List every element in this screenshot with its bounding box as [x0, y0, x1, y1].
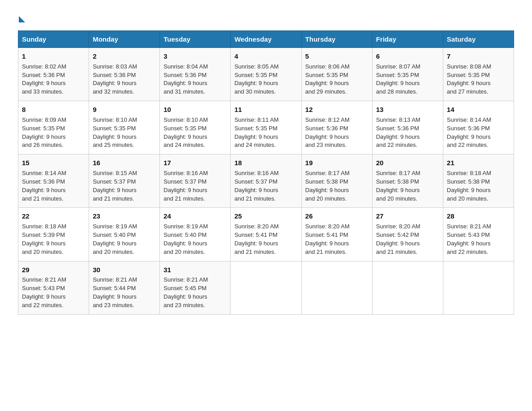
day-daylight: Daylight: 9 hours	[447, 187, 491, 193]
day-daylight: Daylight: 9 hours	[376, 80, 420, 86]
header-tuesday: Tuesday	[160, 31, 231, 48]
calendar-cell: 29Sunrise: 8:21 AMSunset: 5:43 PMDayligh…	[18, 261, 89, 314]
calendar-cell: 19Sunrise: 8:17 AMSunset: 5:38 PMDayligh…	[301, 154, 372, 208]
calendar-cell: 20Sunrise: 8:17 AMSunset: 5:38 PMDayligh…	[372, 154, 443, 208]
calendar-cell: 4Sunrise: 8:05 AMSunset: 5:35 PMDaylight…	[231, 48, 301, 101]
day-daylight-minutes: and 23 minutes.	[163, 302, 205, 308]
calendar-cell: 22Sunrise: 8:18 AMSunset: 5:39 PMDayligh…	[18, 208, 89, 261]
day-number: 7	[447, 51, 510, 61]
day-sunrise: Sunrise: 8:10 AM	[163, 116, 208, 123]
logo	[18, 13, 25, 21]
header-sunday: Sunday	[18, 31, 89, 48]
day-sunrise: Sunrise: 8:11 AM	[234, 116, 279, 123]
calendar-cell: 10Sunrise: 8:10 AMSunset: 5:35 PMDayligh…	[160, 101, 231, 154]
day-daylight-minutes: and 22 minutes.	[447, 248, 489, 255]
day-number: 19	[305, 158, 369, 168]
day-daylight: Daylight: 9 hours	[163, 240, 207, 247]
day-sunrise: Sunrise: 8:19 AM	[93, 223, 137, 230]
day-sunrise: Sunrise: 8:07 AM	[376, 63, 420, 70]
day-sunrise: Sunrise: 8:05 AM	[234, 63, 279, 70]
calendar-cell: 13Sunrise: 8:13 AMSunset: 5:36 PMDayligh…	[372, 101, 443, 154]
day-daylight: Daylight: 9 hours	[234, 80, 278, 86]
day-sunrise: Sunrise: 8:04 AM	[163, 63, 208, 70]
day-number: 15	[22, 158, 85, 168]
day-daylight-minutes: and 23 minutes.	[305, 141, 347, 148]
day-daylight: Daylight: 9 hours	[376, 133, 420, 140]
day-daylight-minutes: and 21 minutes.	[376, 248, 418, 255]
day-sunset: Sunset: 5:43 PM	[22, 285, 65, 291]
day-number: 17	[163, 158, 227, 168]
day-daylight: Daylight: 9 hours	[22, 80, 66, 86]
day-sunrise: Sunrise: 8:08 AM	[447, 63, 491, 70]
day-daylight: Daylight: 9 hours	[234, 240, 278, 247]
day-sunrise: Sunrise: 8:03 AM	[93, 63, 137, 70]
day-daylight-minutes: and 23 minutes.	[93, 302, 134, 308]
day-sunset: Sunset: 5:35 PM	[234, 72, 277, 78]
calendar-cell: 16Sunrise: 8:15 AMSunset: 5:37 PMDayligh…	[89, 154, 160, 208]
day-number: 20	[376, 158, 439, 168]
day-daylight: Daylight: 9 hours	[93, 240, 137, 247]
day-daylight: Daylight: 9 hours	[163, 133, 207, 140]
day-sunset: Sunset: 5:39 PM	[22, 231, 65, 238]
calendar-cell	[372, 261, 443, 314]
page-header	[18, 13, 514, 21]
day-number: 28	[447, 211, 510, 221]
calendar-cell: 26Sunrise: 8:20 AMSunset: 5:41 PMDayligh…	[301, 208, 372, 261]
day-daylight-minutes: and 20 minutes.	[376, 195, 418, 202]
week-row-2: 8Sunrise: 8:09 AMSunset: 5:35 PMDaylight…	[18, 101, 514, 154]
day-number: 22	[22, 211, 85, 221]
calendar-cell: 21Sunrise: 8:18 AMSunset: 5:38 PMDayligh…	[443, 154, 514, 208]
day-daylight-minutes: and 22 minutes.	[22, 302, 64, 308]
day-number: 29	[22, 265, 85, 275]
day-sunrise: Sunrise: 8:18 AM	[447, 170, 491, 176]
day-number: 24	[163, 211, 227, 221]
calendar-cell: 8Sunrise: 8:09 AMSunset: 5:35 PMDaylight…	[18, 101, 89, 154]
day-sunset: Sunset: 5:36 PM	[22, 178, 65, 185]
day-number: 1	[22, 51, 85, 61]
day-sunset: Sunset: 5:36 PM	[22, 72, 65, 78]
day-daylight: Daylight: 9 hours	[22, 187, 66, 193]
day-daylight-minutes: and 32 minutes.	[93, 88, 134, 95]
calendar-cell: 3Sunrise: 8:04 AMSunset: 5:36 PMDaylight…	[160, 48, 231, 101]
week-row-3: 15Sunrise: 8:14 AMSunset: 5:36 PMDayligh…	[18, 154, 514, 208]
day-daylight: Daylight: 9 hours	[447, 80, 491, 86]
day-number: 9	[93, 105, 156, 115]
day-daylight: Daylight: 9 hours	[447, 133, 491, 140]
day-number: 6	[376, 51, 439, 61]
day-sunset: Sunset: 5:44 PM	[93, 285, 136, 291]
day-sunset: Sunset: 5:38 PM	[305, 178, 348, 185]
day-sunrise: Sunrise: 8:21 AM	[93, 276, 137, 283]
day-number: 4	[234, 51, 297, 61]
day-sunrise: Sunrise: 8:20 AM	[305, 223, 350, 230]
day-sunrise: Sunrise: 8:16 AM	[234, 170, 279, 176]
day-number: 16	[93, 158, 156, 168]
day-number: 10	[163, 105, 227, 115]
day-daylight: Daylight: 9 hours	[305, 80, 349, 86]
day-daylight-minutes: and 20 minutes.	[93, 248, 134, 255]
calendar-cell: 2Sunrise: 8:03 AMSunset: 5:36 PMDaylight…	[89, 48, 160, 101]
calendar-cell: 7Sunrise: 8:08 AMSunset: 5:35 PMDaylight…	[443, 48, 514, 101]
header-monday: Monday	[89, 31, 160, 48]
day-number: 21	[447, 158, 510, 168]
day-number: 25	[234, 211, 297, 221]
day-daylight-minutes: and 21 minutes.	[305, 248, 347, 255]
day-daylight-minutes: and 20 minutes.	[305, 195, 347, 202]
day-sunrise: Sunrise: 8:14 AM	[22, 170, 66, 176]
day-daylight-minutes: and 25 minutes.	[93, 141, 134, 148]
day-daylight-minutes: and 27 minutes.	[447, 88, 489, 95]
day-number: 30	[93, 265, 156, 275]
day-sunset: Sunset: 5:37 PM	[234, 178, 277, 185]
calendar-cell: 23Sunrise: 8:19 AMSunset: 5:40 PMDayligh…	[89, 208, 160, 261]
day-sunrise: Sunrise: 8:20 AM	[234, 223, 279, 230]
day-daylight-minutes: and 21 minutes.	[163, 195, 205, 202]
day-number: 27	[376, 211, 439, 221]
day-daylight-minutes: and 20 minutes.	[163, 248, 205, 255]
calendar-cell: 15Sunrise: 8:14 AMSunset: 5:36 PMDayligh…	[18, 154, 89, 208]
calendar-cell: 1Sunrise: 8:02 AMSunset: 5:36 PMDaylight…	[18, 48, 89, 101]
day-number: 11	[234, 105, 297, 115]
day-sunset: Sunset: 5:35 PM	[376, 72, 419, 78]
day-daylight: Daylight: 9 hours	[163, 187, 207, 193]
day-sunrise: Sunrise: 8:10 AM	[93, 116, 137, 123]
day-daylight-minutes: and 21 minutes.	[234, 195, 276, 202]
day-daylight: Daylight: 9 hours	[376, 240, 420, 247]
